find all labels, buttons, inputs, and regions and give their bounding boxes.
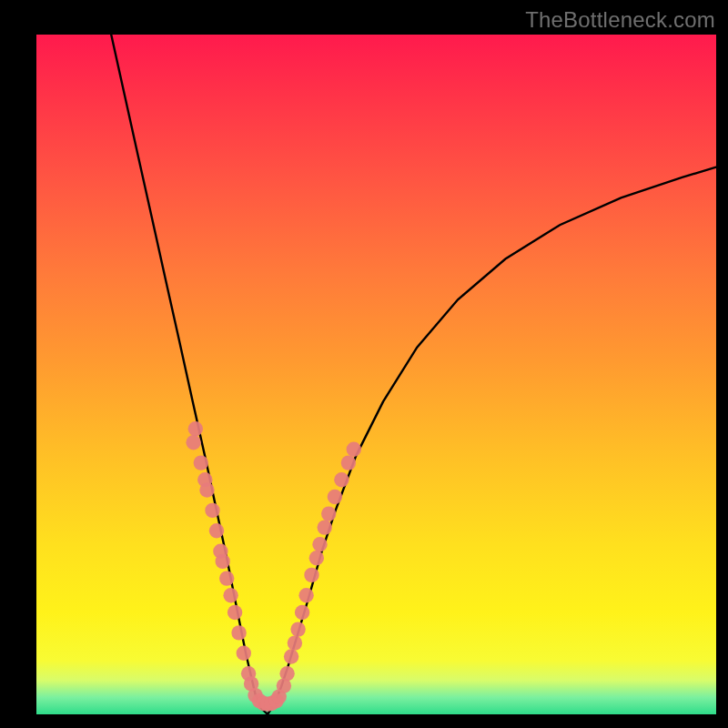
data-point: [228, 605, 242, 620]
data-point: [199, 482, 214, 497]
data-point: [219, 571, 234, 585]
marker-group: [186, 421, 361, 712]
data-point: [223, 588, 238, 602]
data-point: [205, 503, 219, 518]
data-point: [312, 537, 327, 551]
data-point: [284, 649, 298, 663]
data-point: [328, 490, 342, 504]
left-curve: [111, 35, 268, 714]
data-point: [318, 520, 332, 534]
data-point: [309, 551, 324, 565]
data-point: [231, 625, 246, 640]
data-point: [321, 506, 336, 521]
chart-frame: TheBottleneck.com: [0, 0, 728, 728]
data-point: [295, 605, 309, 620]
data-point: [290, 622, 305, 636]
data-point: [188, 421, 203, 436]
data-point: [288, 635, 302, 650]
data-point: [237, 646, 251, 661]
curve-layer: [36, 35, 716, 714]
right-curve: [268, 167, 716, 714]
data-point: [304, 568, 318, 582]
data-point: [279, 666, 294, 681]
data-point: [216, 554, 230, 569]
data-point: [194, 455, 208, 470]
watermark-text: TheBottleneck.com: [525, 7, 715, 33]
data-point: [186, 435, 200, 450]
plot-area: [36, 35, 716, 714]
data-point: [298, 588, 313, 602]
data-point: [347, 442, 361, 457]
data-point: [209, 523, 224, 538]
data-point: [334, 472, 349, 487]
data-point: [341, 455, 356, 470]
